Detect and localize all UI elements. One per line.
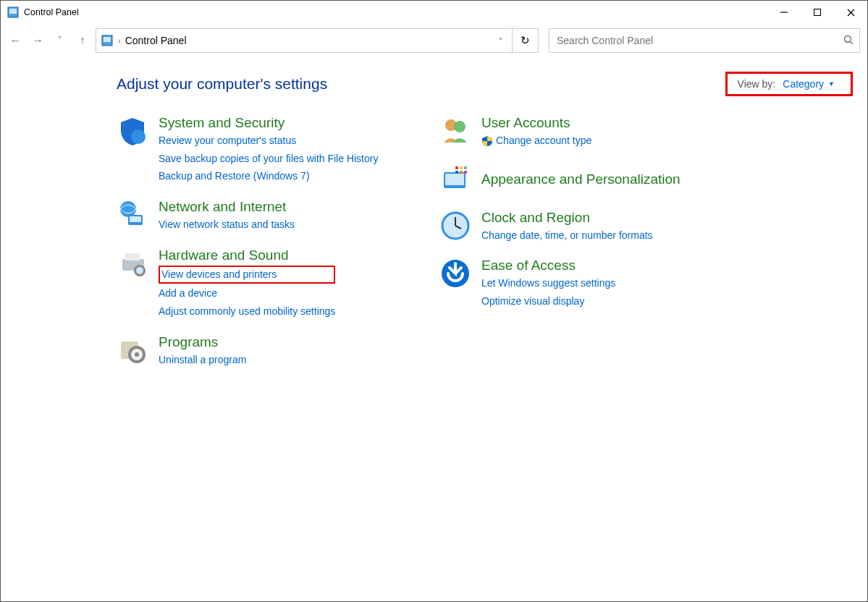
category-link[interactable]: Hardware and Sound xyxy=(159,247,335,263)
task-link-devices-printers[interactable]: View devices and printers xyxy=(161,268,277,280)
search-icon xyxy=(843,35,854,47)
category-network-internet: Network and Internet View network status… xyxy=(117,199,428,233)
category-link[interactable]: Ease of Access xyxy=(481,258,615,274)
task-link[interactable]: View network status and tasks xyxy=(159,217,295,233)
breadcrumb[interactable]: Control Panel xyxy=(125,35,486,46)
svg-point-10 xyxy=(131,130,146,144)
minimize-button[interactable] xyxy=(767,1,801,24)
svg-point-23 xyxy=(454,121,465,132)
category-hardware-sound: Hardware and Sound View devices and prin… xyxy=(117,247,428,320)
category-link[interactable]: Programs xyxy=(159,334,246,350)
category-link[interactable]: Appearance and Personalization xyxy=(481,171,681,187)
control-panel-icon xyxy=(101,34,114,47)
svg-rect-31 xyxy=(464,171,467,174)
task-link[interactable]: Change date, time, or number formats xyxy=(481,228,653,244)
task-link[interactable]: Backup and Restore (Windows 7) xyxy=(159,169,378,185)
task-link[interactable]: Review your computer's status xyxy=(159,133,378,149)
category-link[interactable]: Network and Internet xyxy=(159,199,295,215)
programs-icon xyxy=(117,334,148,366)
printer-icon xyxy=(117,247,148,279)
task-link[interactable]: Change account type xyxy=(496,133,591,149)
category-appearance: Appearance and Personalization xyxy=(439,164,751,195)
category-user-accounts: User Accounts Change account type xyxy=(439,115,751,149)
task-link[interactable]: Let Windows suggest settings xyxy=(481,276,615,292)
category-link[interactable]: User Accounts xyxy=(481,115,591,131)
svg-rect-28 xyxy=(464,166,467,169)
svg-rect-3 xyxy=(814,9,821,16)
clock-icon xyxy=(439,210,471,242)
svg-rect-25 xyxy=(445,174,464,185)
address-box[interactable]: › Control Panel ˅ xyxy=(96,28,513,53)
svg-rect-26 xyxy=(455,166,458,169)
category-programs: Programs Uninstall a program xyxy=(117,334,428,368)
right-column: User Accounts Change account type Appear… xyxy=(439,115,751,383)
recent-dropdown-button[interactable]: ˅ xyxy=(51,30,69,51)
view-by-value[interactable]: Category ▼ xyxy=(783,78,835,90)
search-box[interactable] xyxy=(549,28,860,53)
svg-point-8 xyxy=(845,35,851,42)
task-link[interactable]: Add a device xyxy=(159,286,335,302)
control-panel-icon xyxy=(7,6,20,19)
page-title: Adjust your computer's settings xyxy=(117,75,327,93)
svg-line-9 xyxy=(851,41,854,44)
category-link[interactable]: Clock and Region xyxy=(481,210,653,226)
address-dropdown-button[interactable]: ˅ xyxy=(490,37,510,45)
task-link[interactable]: Optimize visual display xyxy=(481,294,615,310)
users-icon xyxy=(439,115,471,147)
breadcrumb-separator: › xyxy=(118,36,121,45)
svg-rect-27 xyxy=(460,166,463,169)
task-link[interactable]: Adjust commonly used mobility settings xyxy=(159,304,335,320)
category-system-security: System and Security Review your computer… xyxy=(117,115,428,185)
appearance-icon xyxy=(439,164,471,195)
category-clock-region: Clock and Region Change date, time, or n… xyxy=(439,210,751,244)
forward-button[interactable]: → xyxy=(29,30,47,51)
address-bar: ← → ˅ ↑ › Control Panel ˅ ↻ xyxy=(1,27,867,54)
back-button[interactable]: ← xyxy=(7,30,25,51)
window-title: Control Panel xyxy=(24,7,767,17)
svg-rect-1 xyxy=(9,9,17,14)
ease-of-access-icon xyxy=(439,258,471,289)
left-column: System and Security Review your computer… xyxy=(117,115,428,383)
svg-rect-7 xyxy=(104,37,111,42)
refresh-button[interactable]: ↻ xyxy=(513,28,539,53)
svg-rect-30 xyxy=(460,171,463,174)
svg-point-17 xyxy=(136,267,143,274)
up-button[interactable]: ↑ xyxy=(73,30,91,51)
titlebar: Control Panel xyxy=(1,1,867,24)
svg-rect-29 xyxy=(455,171,458,174)
svg-rect-15 xyxy=(125,253,140,260)
svg-rect-13 xyxy=(130,216,141,222)
category-ease-of-access: Ease of Access Let Windows suggest setti… xyxy=(439,258,751,309)
uac-shield-icon xyxy=(481,135,493,147)
svg-point-21 xyxy=(135,352,139,357)
globe-network-icon xyxy=(117,199,148,231)
task-link[interactable]: Save backup copies of your files with Fi… xyxy=(159,151,378,167)
view-by-selector[interactable]: View by: Category ▼ xyxy=(725,72,853,96)
category-link[interactable]: System and Security xyxy=(159,115,378,131)
view-by-label: View by: xyxy=(738,78,776,90)
search-input[interactable] xyxy=(555,34,843,47)
task-link[interactable]: Uninstall a program xyxy=(159,352,246,368)
shield-icon xyxy=(117,115,148,147)
close-button[interactable] xyxy=(834,1,867,24)
maximize-button[interactable] xyxy=(801,1,834,24)
chevron-down-icon: ▼ xyxy=(828,80,835,88)
svg-point-11 xyxy=(120,201,136,217)
